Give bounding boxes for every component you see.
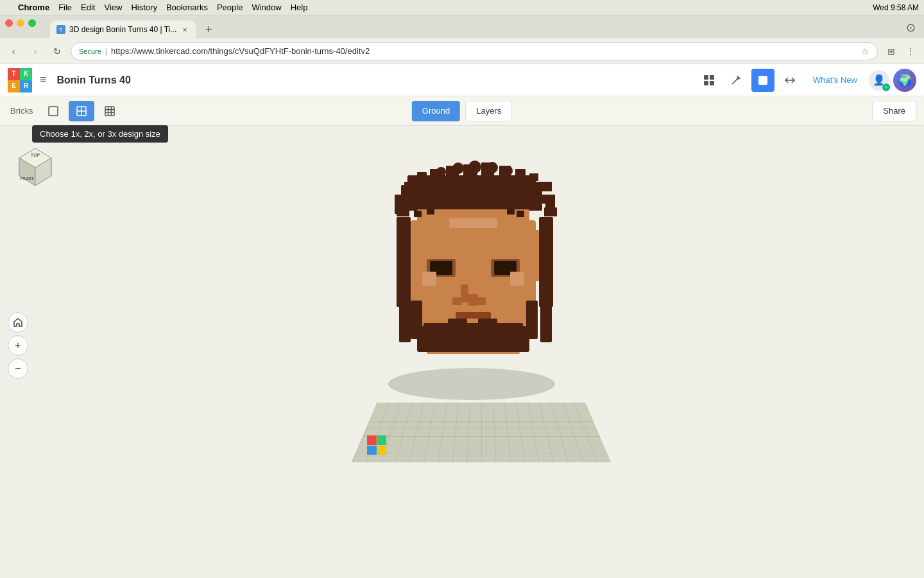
secure-badge: Secure xyxy=(79,48,101,55)
lego-model xyxy=(334,166,654,519)
address-bar: ‹ › ↻ Secure | https://www.tinkercad.com… xyxy=(0,39,924,64)
menu-chrome[interactable]: Chrome xyxy=(18,3,49,12)
bookmark-star[interactable]: ☆ xyxy=(861,46,869,57)
svg-rect-44 xyxy=(414,211,422,217)
svg-rect-37 xyxy=(545,195,555,214)
menu-window[interactable]: Window xyxy=(252,3,281,12)
logo-r: R xyxy=(20,80,32,92)
design-size-2x-btn[interactable] xyxy=(69,101,94,121)
svg-rect-9 xyxy=(105,107,114,116)
active-tab[interactable]: T 3D design Bonin Turns 40 | Ti... ✕ xyxy=(50,21,196,39)
3d-view-btn[interactable] xyxy=(751,69,774,92)
share-btn[interactable]: Share xyxy=(872,101,916,121)
svg-rect-55 xyxy=(476,297,486,305)
new-tab-btn[interactable]: + xyxy=(200,21,218,39)
profile-avatar[interactable]: 🌍 xyxy=(893,69,916,92)
svg-rect-74 xyxy=(502,166,513,176)
svg-rect-62 xyxy=(422,272,436,286)
color-palette xyxy=(367,435,386,455)
svg-rect-59 xyxy=(424,323,523,333)
svg-rect-1 xyxy=(710,75,714,80)
svg-rect-2 xyxy=(704,81,708,85)
menu-btn[interactable]: ⋮ xyxy=(902,43,919,60)
svg-rect-71 xyxy=(452,162,464,174)
ground-btn[interactable]: Ground xyxy=(412,101,460,121)
account-icon[interactable]: ⊙ xyxy=(902,19,919,36)
menu-help[interactable]: Help xyxy=(291,3,308,12)
svg-rect-61 xyxy=(526,301,538,339)
svg-rect-36 xyxy=(395,195,404,214)
palette-blue xyxy=(367,446,377,455)
toolbar: Bricks Ground Layers Share xyxy=(0,96,924,126)
tinkercad-logo[interactable]: T K E R xyxy=(8,68,32,92)
svg-rect-35 xyxy=(401,185,542,211)
svg-rect-65 xyxy=(456,312,491,319)
svg-rect-75 xyxy=(517,171,526,180)
svg-rect-54 xyxy=(452,297,462,305)
back-btn[interactable]: ‹ xyxy=(5,43,22,60)
svg-rect-72 xyxy=(468,161,481,173)
canvas-area[interactable]: TOP FRONT + − xyxy=(0,126,924,578)
logo-k: K xyxy=(20,68,32,80)
menu-history[interactable]: History xyxy=(131,3,157,12)
window-controls[interactable] xyxy=(5,19,36,27)
menu-view[interactable]: View xyxy=(104,3,122,12)
svg-rect-67 xyxy=(539,217,553,307)
svg-rect-46 xyxy=(517,211,524,217)
svg-rect-63 xyxy=(510,272,524,286)
header-tools: What's New 👤 + 🌍 xyxy=(697,69,916,92)
browser-actions: ⊞ ⋮ xyxy=(883,43,919,60)
logo-e: E xyxy=(8,80,20,92)
svg-rect-73 xyxy=(486,162,498,173)
menu-edit[interactable]: Edit xyxy=(81,3,95,12)
menu-people[interactable]: People xyxy=(217,3,243,12)
design-size-3x-btn[interactable] xyxy=(97,101,123,121)
close-window-btn[interactable] xyxy=(5,19,13,27)
palette-yellow xyxy=(377,446,387,455)
3d-scene xyxy=(0,126,924,578)
layers-btn[interactable]: Layers xyxy=(465,101,512,121)
palette-red xyxy=(367,435,377,445)
whats-new-btn[interactable]: What's New xyxy=(805,71,865,89)
add-user-btn[interactable]: 👤 + xyxy=(869,70,889,91)
svg-rect-70 xyxy=(436,167,446,177)
palette-green xyxy=(377,435,387,445)
menu-file[interactable]: File xyxy=(58,3,72,12)
menu-bookmarks[interactable]: Bookmarks xyxy=(166,3,208,12)
svg-rect-3 xyxy=(710,81,714,85)
design-size-tooltip: Choose 1x, 2x, or 3x design size xyxy=(32,125,168,143)
svg-rect-0 xyxy=(704,75,708,80)
menu-bar: Chrome File Edit View History Bookmarks … xyxy=(0,0,924,15)
extensions-btn[interactable]: ⊞ xyxy=(883,43,900,60)
minimize-window-btn[interactable] xyxy=(17,19,24,27)
logo-t: T xyxy=(8,68,20,80)
svg-point-76 xyxy=(388,368,555,400)
forward-btn[interactable]: › xyxy=(27,43,44,60)
tab-bar: T 3D design Bonin Turns 40 | Ti... ✕ + ⊙ xyxy=(0,15,924,39)
svg-rect-47 xyxy=(507,209,515,215)
tab-title: 3D design Bonin Turns 40 | Ti... xyxy=(69,25,176,34)
url-text: https://www.tinkercad.com/things/cVsuQdF… xyxy=(111,46,370,56)
tab-favicon: T xyxy=(56,25,65,34)
svg-rect-60 xyxy=(411,301,422,339)
menu-toggle-icon[interactable]: ≡ xyxy=(40,73,47,87)
svg-rect-68 xyxy=(399,304,411,342)
tab-close-btn[interactable]: ✕ xyxy=(180,25,189,34)
url-bar[interactable]: Secure | https://www.tinkercad.com/thing… xyxy=(71,42,878,60)
project-title[interactable]: Bonin Turns 40 xyxy=(57,74,131,86)
svg-rect-69 xyxy=(540,304,552,342)
app-header: T K E R ≡ Bonin Turns 40 xyxy=(0,64,924,96)
lego-face-svg xyxy=(353,159,590,435)
hammer-btn[interactable] xyxy=(724,69,748,92)
bricks-label: Bricks xyxy=(5,106,38,116)
reload-btn[interactable]: ↻ xyxy=(49,43,65,60)
maximize-window-btn[interactable] xyxy=(28,19,36,27)
system-icons: Wed 9:58 AM xyxy=(873,3,919,12)
svg-rect-5 xyxy=(49,107,58,116)
svg-rect-45 xyxy=(427,209,434,215)
time-display: Wed 9:58 AM xyxy=(873,3,919,12)
design-size-1x-btn[interactable] xyxy=(40,101,66,121)
svg-rect-4 xyxy=(758,76,767,85)
grid-view-btn[interactable] xyxy=(697,69,721,92)
code-btn[interactable] xyxy=(778,69,801,92)
